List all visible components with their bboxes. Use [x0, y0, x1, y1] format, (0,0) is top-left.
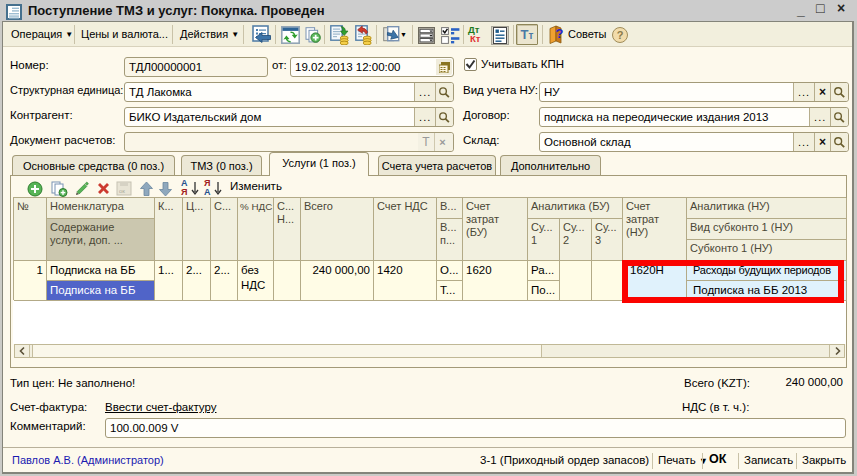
- svg-text:ок: ок: [119, 188, 125, 194]
- svg-text:?: ?: [556, 26, 564, 41]
